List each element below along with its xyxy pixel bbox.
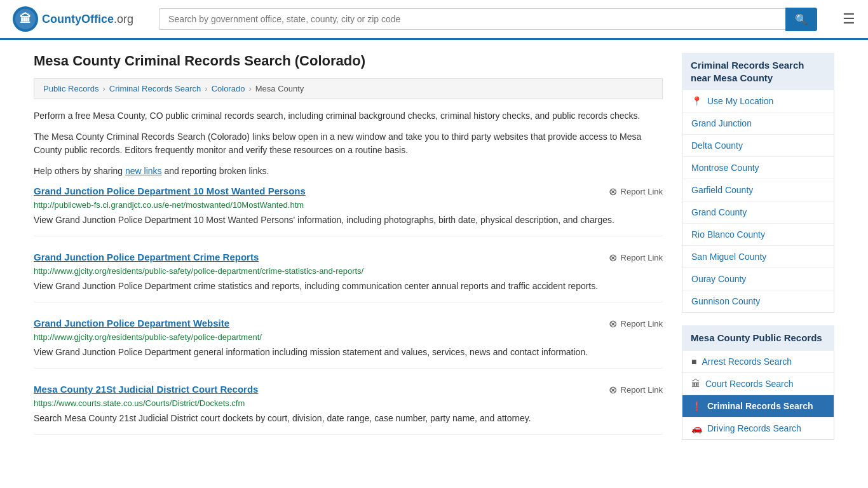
- nearby-title: Criminal Records Search near Mesa County: [682, 53, 834, 90]
- report-icon: ⊗: [609, 384, 617, 396]
- record-type-icon: 🏛: [691, 379, 700, 389]
- report-link[interactable]: ⊗ Report Link: [609, 186, 663, 198]
- sidebar-nearby-link[interactable]: San Miguel County: [682, 246, 834, 268]
- record-type-icon: ■: [691, 356, 696, 367]
- record-item: Mesa County 21St Judicial District Court…: [34, 384, 663, 435]
- sidebar-nearby-link[interactable]: Montrose County: [682, 157, 834, 179]
- record-description: View Grand Junction Police Department 10…: [34, 214, 663, 227]
- record-item: Grand Junction Police Department Website…: [34, 318, 663, 369]
- report-label: Report Link: [621, 319, 663, 329]
- sidebar-nearby-item[interactable]: 📍Use My Location: [682, 90, 834, 112]
- description-3-post: and reporting broken links.: [162, 166, 269, 176]
- logo-icon: 🏛: [13, 6, 38, 32]
- sidebar-nearby-label: Grand Junction: [691, 118, 752, 128]
- records-list: Grand Junction Police Department 10 Most…: [34, 186, 663, 435]
- sidebar-records-item[interactable]: 🏛Court Records Search: [682, 373, 834, 395]
- record-item: Grand Junction Police Department 10 Most…: [34, 186, 663, 236]
- record-title[interactable]: Mesa County 21St Judicial District Court…: [34, 384, 258, 395]
- page-title: Mesa County Criminal Records Search (Col…: [34, 53, 663, 69]
- sidebar-nearby-item[interactable]: Grand County: [682, 201, 834, 224]
- sidebar-nearby-label: Grand County: [691, 207, 747, 217]
- record-url: http://publicweb-fs.ci.grandjct.co.us/e-…: [34, 200, 663, 210]
- sidebar-records-link[interactable]: ❗Criminal Records Search: [682, 395, 834, 417]
- breadcrumb-mesa-county: Mesa County: [255, 84, 304, 93]
- report-link[interactable]: ⊗ Report Link: [609, 384, 663, 396]
- record-type-icon: ❗: [691, 401, 702, 411]
- sidebar-nearby-link[interactable]: Rio Blanco County: [682, 224, 834, 245]
- location-pin-icon: 📍: [691, 96, 702, 106]
- sidebar-records-item[interactable]: 🚗Driving Records Search: [682, 417, 834, 439]
- logo[interactable]: 🏛 CountyOffice.org: [13, 6, 133, 32]
- record-description: View Grand Junction Police Department ge…: [34, 346, 663, 359]
- sidebar-nearby-link[interactable]: Grand Junction: [682, 112, 834, 134]
- description-3: Help others by sharing new links and rep…: [34, 165, 663, 178]
- description-2: The Mesa County Criminal Records Search …: [34, 130, 663, 157]
- sidebar-nearby-link[interactable]: Grand County: [682, 201, 834, 223]
- record-url: http://www.gjcity.org/residents/public-s…: [34, 332, 663, 342]
- sidebar-records-label: Arrest Records Search: [702, 356, 792, 367]
- public-records-section: Mesa County Public Records ■Arrest Recor…: [682, 325, 834, 440]
- report-label: Report Link: [621, 385, 663, 395]
- record-description: Search Mesa County 21st Judicial Distric…: [34, 412, 663, 425]
- nearby-section: Criminal Records Search near Mesa County…: [682, 53, 834, 313]
- sidebar-nearby-item[interactable]: Gunnison County: [682, 290, 834, 312]
- record-title[interactable]: Grand Junction Police Department 10 Most…: [34, 186, 306, 196]
- report-link[interactable]: ⊗ Report Link: [609, 318, 663, 330]
- report-label: Report Link: [621, 187, 663, 196]
- sidebar-nearby-item[interactable]: Garfield County: [682, 179, 834, 201]
- sidebar-nearby-item[interactable]: Delta County: [682, 135, 834, 157]
- sidebar-nearby-link[interactable]: Delta County: [682, 135, 834, 156]
- sidebar-nearby-item[interactable]: Grand Junction: [682, 112, 834, 135]
- site-header: 🏛 CountyOffice.org 🔍 ☰: [0, 0, 868, 40]
- sidebar-nearby-item[interactable]: Ouray County: [682, 268, 834, 290]
- sidebar-records-link[interactable]: 🏛Court Records Search: [682, 373, 834, 395]
- sidebar-nearby-label: Rio Blanco County: [691, 229, 765, 240]
- record-title[interactable]: Grand Junction Police Department Crime R…: [34, 252, 259, 262]
- record-type-icon: 🚗: [691, 423, 702, 433]
- sidebar-nearby-label: Garfield County: [691, 185, 753, 195]
- sidebar-nearby-label: Delta County: [691, 140, 743, 151]
- record-title[interactable]: Grand Junction Police Department Website: [34, 318, 229, 329]
- description-3-pre: Help others by sharing: [34, 166, 125, 176]
- logo-text: CountyOffice.org: [42, 13, 133, 26]
- sidebar-nearby-label: Ouray County: [691, 274, 746, 284]
- sidebar-nearby-link[interactable]: Ouray County: [682, 268, 834, 290]
- search-button[interactable]: 🔍: [785, 8, 817, 31]
- svg-text:🏛: 🏛: [20, 12, 31, 25]
- sidebar-records-label: Court Records Search: [705, 379, 794, 389]
- sidebar-nearby-label: Montrose County: [691, 163, 759, 173]
- breadcrumb: Public Records › Criminal Records Search…: [34, 78, 663, 99]
- sidebar-records-label: Driving Records Search: [707, 423, 801, 433]
- sidebar-records-link[interactable]: 🚗Driving Records Search: [682, 417, 834, 439]
- breadcrumb-colorado[interactable]: Colorado: [212, 84, 245, 93]
- sidebar-records-item[interactable]: ❗Criminal Records Search: [682, 395, 834, 417]
- report-icon: ⊗: [609, 186, 617, 198]
- description-1: Perform a free Mesa County, CO public cr…: [34, 109, 663, 123]
- sidebar-records-label: Criminal Records Search: [707, 401, 813, 411]
- report-icon: ⊗: [609, 318, 617, 330]
- main-content: Mesa County Criminal Records Search (Col…: [34, 53, 663, 452]
- sidebar: Criminal Records Search near Mesa County…: [682, 53, 834, 452]
- breadcrumb-public-records[interactable]: Public Records: [43, 84, 98, 93]
- hamburger-menu-icon[interactable]: ☰: [843, 11, 855, 27]
- public-records-title: Mesa County Public Records: [682, 325, 834, 351]
- sidebar-records-item[interactable]: ■Arrest Records Search: [682, 351, 834, 373]
- record-item: Grand Junction Police Department Crime R…: [34, 252, 663, 302]
- new-links-link[interactable]: new links: [125, 166, 162, 176]
- record-url: https://www.courts.state.co.us/Courts/Di…: [34, 398, 663, 408]
- report-icon: ⊗: [609, 252, 617, 264]
- sidebar-nearby-label: Use My Location: [707, 96, 773, 106]
- sidebar-nearby-link[interactable]: 📍Use My Location: [682, 90, 834, 112]
- sidebar-nearby-link[interactable]: Gunnison County: [682, 290, 834, 312]
- sidebar-nearby-link[interactable]: Garfield County: [682, 179, 834, 201]
- content-wrapper: Mesa County Criminal Records Search (Col…: [21, 40, 847, 465]
- sidebar-nearby-item[interactable]: Rio Blanco County: [682, 224, 834, 246]
- search-input[interactable]: [159, 8, 785, 30]
- breadcrumb-criminal-records[interactable]: Criminal Records Search: [109, 84, 201, 93]
- sidebar-records-link[interactable]: ■Arrest Records Search: [682, 351, 834, 372]
- sidebar-nearby-label: Gunnison County: [691, 296, 760, 306]
- sidebar-nearby-item[interactable]: San Miguel County: [682, 246, 834, 268]
- sidebar-nearby-item[interactable]: Montrose County: [682, 157, 834, 179]
- search-area: 🔍: [159, 8, 817, 31]
- report-link[interactable]: ⊗ Report Link: [609, 252, 663, 264]
